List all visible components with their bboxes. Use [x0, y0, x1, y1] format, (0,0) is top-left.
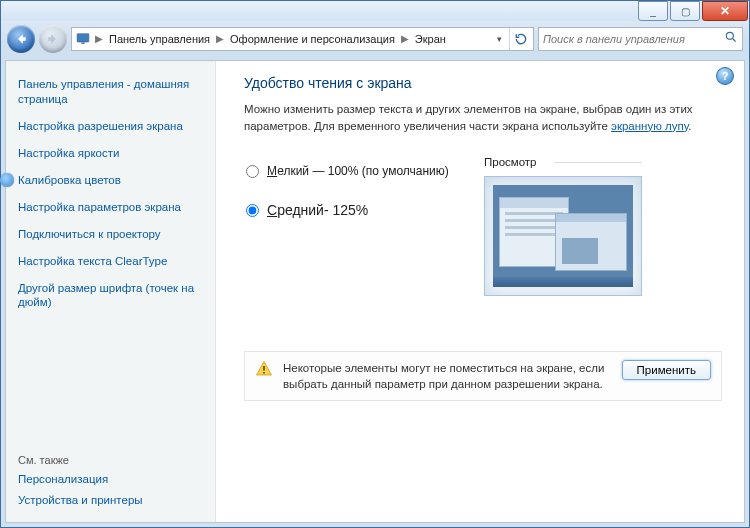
address-bar[interactable]: ▶ Панель управления ▶ Оформление и персо…	[71, 27, 534, 51]
svg-line-3	[733, 39, 736, 42]
preview-label: Просмотр	[484, 156, 642, 168]
svg-rect-4	[263, 366, 265, 371]
breadcrumb-item[interactable]: Панель управления	[106, 31, 213, 47]
sidebar-link-dpi[interactable]: Другой размер шрифта (точек на дюйм)	[18, 281, 203, 311]
option-medium[interactable]: Средний- 125%	[246, 202, 484, 218]
page-title: Удобство чтения с экрана	[244, 75, 722, 91]
sidebar-link-cleartype[interactable]: Настройка текста ClearType	[18, 254, 203, 269]
svg-point-2	[726, 32, 733, 39]
sidebar-link-display-settings[interactable]: Настройка параметров экрана	[18, 200, 203, 215]
breadcrumb-separator-icon: ▶	[400, 33, 410, 44]
svg-rect-0	[77, 33, 89, 41]
preview-image	[484, 176, 642, 296]
option-small-label: Мелкий — 100% (по умолчанию)	[267, 164, 449, 178]
warning-icon	[255, 360, 273, 378]
radio-small[interactable]	[246, 165, 259, 178]
breadcrumb-item[interactable]: Экран	[412, 31, 449, 47]
control-panel-window: _ ▢ ✕ ▶ Панель управления ▶ Оформление и…	[0, 0, 750, 528]
option-medium-label: Средний- 125%	[267, 202, 368, 218]
main-panel: ? Удобство чтения с экрана Можно изменит…	[216, 61, 744, 522]
see-also-devices[interactable]: Устройства и принтеры	[18, 493, 203, 508]
breadcrumb-separator-icon: ▶	[215, 33, 225, 44]
sidebar: Панель управления - домашняя страница На…	[6, 61, 216, 522]
help-button[interactable]: ?	[716, 67, 734, 85]
size-options: Мелкий — 100% (по умолчанию) Средний- 12…	[244, 156, 722, 296]
see-also-personalization[interactable]: Персонализация	[18, 472, 203, 487]
refresh-button[interactable]	[509, 28, 531, 50]
sidebar-link-projector[interactable]: Подключиться к проектору	[18, 227, 203, 242]
address-dropdown-icon[interactable]: ▾	[491, 34, 507, 44]
refresh-icon	[514, 32, 528, 46]
close-button[interactable]: ✕	[702, 1, 748, 21]
search-box[interactable]	[538, 27, 743, 51]
see-also-section: См. также Персонализация Устройства и пр…	[18, 448, 203, 514]
option-small[interactable]: Мелкий — 100% (по умолчанию)	[246, 164, 484, 178]
sidebar-link-home[interactable]: Панель управления - домашняя страница	[18, 77, 203, 107]
svg-rect-5	[263, 372, 265, 374]
warning-panel: Некоторые элементы могут не поместиться …	[244, 351, 722, 401]
radio-medium[interactable]	[246, 204, 259, 217]
page-description: Можно изменить размер текста и других эл…	[244, 101, 714, 134]
desc-text-end: .	[688, 120, 691, 132]
sidebar-link-brightness[interactable]: Настройка яркости	[18, 146, 203, 161]
search-icon[interactable]	[724, 30, 738, 47]
back-arrow-icon	[14, 32, 28, 46]
display-icon	[74, 31, 92, 47]
titlebar: _ ▢ ✕	[1, 1, 749, 21]
warning-text: Некоторые элементы могут не поместиться …	[283, 360, 612, 392]
back-button[interactable]	[7, 25, 35, 53]
magnifier-link[interactable]: экранную лупу	[611, 120, 688, 132]
navigation-bar: ▶ Панель управления ▶ Оформление и персо…	[1, 21, 749, 56]
minimize-button[interactable]: _	[638, 1, 668, 21]
search-input[interactable]	[543, 33, 724, 45]
sidebar-link-calibrate[interactable]: Калибровка цветов	[18, 173, 203, 188]
breadcrumb-item[interactable]: Оформление и персонализация	[227, 31, 398, 47]
sidebar-link-resolution[interactable]: Настройка разрешения экрана	[18, 119, 203, 134]
svg-rect-1	[81, 42, 85, 43]
maximize-button[interactable]: ▢	[670, 1, 700, 21]
forward-button[interactable]	[39, 25, 67, 53]
apply-button[interactable]: Применить	[622, 360, 711, 380]
breadcrumb-separator-icon: ▶	[94, 33, 104, 44]
forward-arrow-icon	[46, 32, 60, 46]
see-also-heading: См. также	[18, 454, 203, 466]
preview-section: Просмотр	[484, 156, 642, 296]
content-area: Панель управления - домашняя страница На…	[5, 60, 745, 523]
